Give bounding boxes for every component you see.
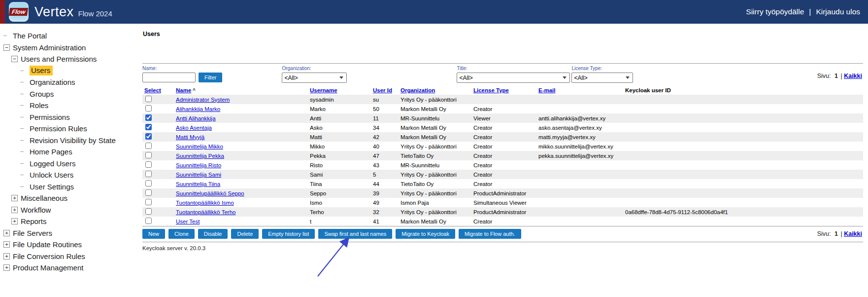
sidebar-item-unlock-users[interactable]: Unlock Users: [0, 169, 141, 181]
user-name-link[interactable]: Asko Asentaja: [176, 125, 212, 131]
sidebar-item-label[interactable]: Permission Rules: [30, 124, 87, 133]
column-header-license-type[interactable]: License Type: [473, 87, 509, 93]
row-select-checkbox[interactable]: [145, 105, 152, 111]
sidebar-item-organizations[interactable]: Organizations: [0, 76, 141, 88]
sidebar-item-label[interactable]: Miscellaneous: [21, 194, 67, 202]
sidebar-item-product-management[interactable]: +Product Management: [0, 262, 141, 274]
row-select-checkbox[interactable]: [145, 133, 152, 140]
empty-history-list-button[interactable]: Empty history list: [262, 229, 315, 239]
collapse-icon[interactable]: −: [3, 44, 10, 51]
go-to-desktop-link[interactable]: Siirry työpöydälle: [746, 7, 804, 16]
sidebar-item-label[interactable]: System Administration: [13, 43, 86, 52]
sidebar-item-revision-visibility-by-state[interactable]: Revision Visibility by State: [0, 135, 141, 147]
sidebar-item-label[interactable]: Revision Visibility by State: [30, 136, 116, 145]
collapse-icon[interactable]: −: [11, 56, 18, 62]
row-select-checkbox[interactable]: [145, 218, 152, 224]
user-name-link[interactable]: Suunnittelija Mikko: [176, 144, 223, 149]
filter-button[interactable]: Filter: [199, 73, 222, 82]
sidebar-item-roles[interactable]: Roles: [0, 100, 141, 111]
swap-first-and-last-names-button[interactable]: Swap first and last names: [318, 229, 392, 239]
show-all-link[interactable]: Kaikki: [844, 230, 862, 237]
user-name-link[interactable]: Suunnittelija Risto: [176, 162, 221, 168]
license-type-select[interactable]: <All>: [571, 73, 633, 83]
expand-icon[interactable]: +: [11, 218, 18, 224]
sidebar-item-miscellaneous[interactable]: +Miscellaneous: [0, 192, 141, 204]
column-header-username[interactable]: Username: [310, 87, 337, 93]
sidebar-item-logged-users[interactable]: Logged Users: [0, 158, 141, 170]
row-select-checkbox[interactable]: [145, 96, 152, 102]
sidebar-item-label[interactable]: Permissions: [30, 113, 70, 121]
title-select[interactable]: <All>: [457, 73, 570, 83]
user-name-link[interactable]: Tuotantopäällikkö Ismo: [176, 200, 234, 206]
sidebar-item-permissions[interactable]: Permissions: [0, 111, 141, 123]
sidebar-item-reports[interactable]: +Reports: [0, 216, 141, 227]
sidebar-item-label[interactable]: Workflow: [21, 206, 51, 214]
sidebar-item-label[interactable]: Unlock Users: [30, 171, 73, 179]
column-header-e-mail[interactable]: E-mail: [538, 87, 556, 93]
column-header-user-id[interactable]: User Id: [373, 87, 392, 93]
logout-link[interactable]: Kirjaudu ulos: [816, 7, 860, 16]
sidebar-item-label[interactable]: Groups: [30, 90, 54, 98]
user-name-link[interactable]: Matti Myyjä: [176, 134, 204, 140]
row-select-checkbox[interactable]: [145, 180, 152, 186]
sidebar-item-user-settings[interactable]: User Settings: [0, 181, 141, 193]
sidebar-item-label[interactable]: File Update Routines: [13, 240, 82, 249]
row-select-checkbox[interactable]: [145, 161, 152, 168]
sidebar-item-home-pages[interactable]: Home Pages: [0, 146, 141, 158]
expand-icon[interactable]: +: [3, 253, 10, 260]
sidebar-item-label[interactable]: Logged Users: [30, 159, 75, 168]
sidebar-item-file-servers[interactable]: +File Servers: [0, 227, 141, 239]
clone-button[interactable]: Clone: [168, 229, 195, 239]
sidebar-item-file-update-routines[interactable]: +File Update Routines: [0, 239, 141, 251]
sidebar-item-label[interactable]: Users and Permissions: [21, 55, 97, 63]
sidebar-item-workflow[interactable]: +Workflow: [0, 204, 141, 216]
user-name-link[interactable]: Tuotantopäällikkö Terho: [176, 209, 235, 215]
row-select-checkbox[interactable]: [145, 171, 152, 177]
user-name-link[interactable]: Suunnittelija Tiina: [176, 181, 220, 187]
column-header-name[interactable]: Name: [176, 87, 191, 93]
sidebar-item-file-conversion-rules[interactable]: +File Conversion Rules: [0, 251, 141, 262]
user-name-link[interactable]: Suunnittelupäällikkö Seppo: [176, 190, 244, 196]
sidebar-item-system-administration[interactable]: −System Administration: [0, 42, 141, 54]
user-name-link[interactable]: Alihankkija Marko: [176, 106, 220, 112]
sidebar-item-label[interactable]: User Settings: [30, 183, 74, 191]
sidebar-item-label[interactable]: Home Pages: [30, 148, 72, 156]
expand-icon[interactable]: +: [3, 241, 10, 248]
migrate-to-keycloak-button[interactable]: Migrate to Keycloak: [396, 229, 455, 239]
organization-select[interactable]: <All>: [282, 73, 347, 83]
sidebar-item-label[interactable]: File Servers: [13, 229, 52, 237]
sidebar-item-label[interactable]: Users: [30, 66, 53, 75]
user-name-link[interactable]: Suunnittelija Pekka: [176, 153, 224, 159]
expand-icon[interactable]: +: [3, 264, 10, 271]
sidebar-item-label[interactable]: Roles: [30, 101, 48, 110]
row-select-checkbox[interactable]: [145, 124, 152, 130]
user-name-link[interactable]: Administrator System: [176, 97, 230, 103]
disable-button[interactable]: Disable: [198, 229, 228, 239]
row-select-checkbox[interactable]: [145, 208, 152, 215]
row-select-checkbox[interactable]: [145, 152, 152, 158]
user-name-link[interactable]: Suunnittelija Sami: [176, 172, 221, 178]
sidebar-item-groups[interactable]: Groups: [0, 88, 141, 100]
column-header-organization[interactable]: Organization: [401, 87, 435, 93]
row-select-checkbox[interactable]: [145, 199, 152, 205]
delete-button[interactable]: Delete: [231, 229, 259, 239]
name-filter-input[interactable]: [142, 73, 196, 82]
user-name-link[interactable]: Antti Alihankkija: [176, 115, 216, 121]
sidebar-item-label[interactable]: Reports: [21, 217, 47, 225]
sidebar-item-users[interactable]: Users: [0, 65, 141, 77]
sidebar-item-label[interactable]: Organizations: [30, 78, 75, 86]
expand-icon[interactable]: +: [11, 207, 18, 213]
sidebar-item-label[interactable]: The Portal: [13, 32, 47, 40]
migrate-to-flow-auth-button[interactable]: Migrate to Flow auth.: [459, 229, 521, 239]
expand-icon[interactable]: +: [3, 230, 10, 236]
sidebar-item-the-portal[interactable]: The Portal: [0, 30, 141, 42]
row-select-checkbox[interactable]: [145, 143, 152, 149]
row-select-checkbox[interactable]: [145, 114, 152, 121]
sidebar-item-permission-rules[interactable]: Permission Rules: [0, 123, 141, 135]
sidebar-item-label[interactable]: File Conversion Rules: [13, 252, 85, 260]
expand-icon[interactable]: +: [11, 195, 18, 201]
show-all-link[interactable]: Kaikki: [844, 73, 862, 79]
row-select-checkbox[interactable]: [145, 189, 152, 196]
new-button[interactable]: New: [142, 229, 165, 239]
column-header-select[interactable]: Select: [144, 87, 161, 93]
